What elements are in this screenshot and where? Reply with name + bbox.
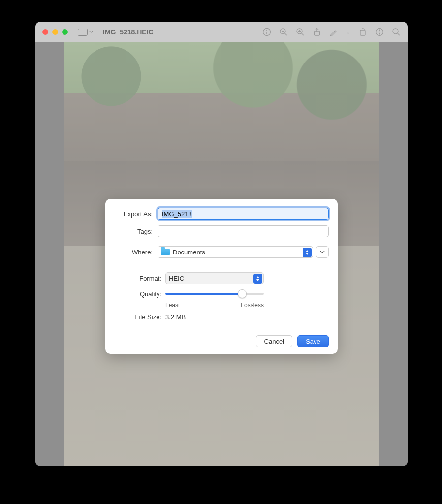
- image-viewport: Export As: Tags: Where: Documents: [35, 42, 408, 466]
- svg-rect-15: [360, 30, 365, 35]
- sidebar-toggle-button[interactable]: [78, 29, 93, 36]
- info-icon: [262, 28, 271, 36]
- chevron-down-icon: [89, 31, 93, 33]
- zoom-in-button[interactable]: [296, 28, 305, 36]
- inspector-icon: [375, 28, 384, 36]
- preview-app-window: IMG_5218.HEIC ⌄: [35, 22, 408, 466]
- markup-button[interactable]: [329, 28, 338, 36]
- where-popup[interactable]: Documents: [158, 246, 313, 258]
- filesize-value: 3.2 MB: [165, 314, 186, 321]
- quality-label: Quality:: [114, 290, 161, 298]
- rotate-button[interactable]: [358, 28, 367, 36]
- titlebar: IMG_5218.HEIC ⌄: [35, 22, 408, 42]
- svg-line-18: [398, 33, 400, 36]
- tags-label: Tags:: [114, 228, 153, 235]
- filesize-label: File Size:: [114, 314, 161, 321]
- close-window-button[interactable]: [42, 29, 48, 35]
- where-value: Documents: [173, 249, 205, 256]
- window-controls: [42, 29, 68, 35]
- quality-min-label: Least: [165, 302, 180, 309]
- toolbar-chevron-icon[interactable]: ⌄: [346, 29, 350, 35]
- tags-input[interactable]: [158, 225, 329, 237]
- zoom-out-button[interactable]: [279, 28, 288, 36]
- svg-line-6: [285, 33, 287, 36]
- info-button[interactable]: [262, 28, 271, 36]
- updown-icon: [303, 248, 312, 257]
- format-label: Format:: [114, 275, 161, 282]
- share-icon: [313, 28, 321, 36]
- slider-track: [165, 293, 264, 295]
- divider: [105, 264, 338, 264]
- markup-icon: [329, 28, 338, 36]
- updown-icon: [253, 274, 262, 284]
- svg-rect-0: [78, 29, 88, 35]
- slider-thumb[interactable]: [238, 289, 247, 298]
- zoom-in-icon: [296, 28, 305, 36]
- folder-icon: [161, 249, 170, 255]
- minimize-window-button[interactable]: [52, 29, 58, 35]
- where-expand-button[interactable]: [316, 246, 329, 258]
- chevron-down-icon: [320, 251, 325, 254]
- fullscreen-window-button[interactable]: [62, 29, 68, 35]
- export-dialog: Export As: Tags: Where: Documents: [105, 199, 338, 354]
- format-value: HEIC: [169, 275, 184, 282]
- svg-point-3: [266, 30, 267, 31]
- cancel-button[interactable]: Cancel: [256, 335, 292, 347]
- quality-slider[interactable]: [165, 289, 264, 299]
- window-title: IMG_5218.HEIC: [103, 28, 154, 36]
- svg-line-9: [302, 33, 304, 36]
- where-label: Where:: [114, 249, 153, 256]
- svg-point-17: [393, 29, 398, 34]
- zoom-out-icon: [279, 28, 288, 36]
- search-icon: [392, 28, 401, 36]
- toolbar-right: ⌄: [262, 28, 401, 36]
- share-button[interactable]: [313, 28, 321, 36]
- quality-max-label: Lossless: [241, 302, 264, 309]
- inspector-button[interactable]: [375, 28, 384, 36]
- export-as-label: Export As:: [114, 210, 153, 218]
- toolbar-search-button[interactable]: [392, 28, 401, 36]
- save-button[interactable]: Save: [297, 335, 329, 347]
- dialog-footer: Cancel Save: [105, 328, 338, 354]
- sidebar-icon: [78, 29, 88, 36]
- export-as-input[interactable]: [158, 208, 329, 220]
- rotate-icon: [358, 28, 367, 36]
- slider-legend: Least Lossless: [165, 302, 264, 309]
- format-popup[interactable]: HEIC: [165, 272, 264, 284]
